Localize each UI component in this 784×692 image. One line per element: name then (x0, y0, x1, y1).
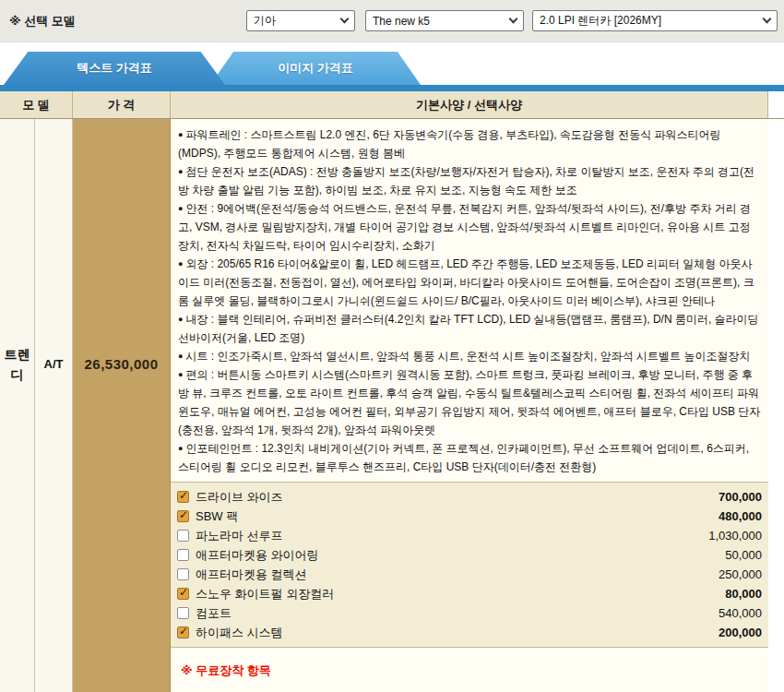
bullet-icon: ● (178, 315, 183, 324)
option-row[interactable]: 컴포트540,000 (175, 603, 762, 623)
spec-item: ●파워트레인 : 스마트스트림 L2.0 엔진, 6단 자동변속기(수동 겸용,… (178, 125, 761, 162)
spec-item: ●외장 : 205/65 R16 타이어&알로이 휠, LED 헤드램프, LE… (178, 255, 761, 310)
trim-name-cell: 트렌디 (0, 119, 35, 692)
checkbox-unchecked-icon[interactable] (177, 607, 189, 619)
price-cell: 26,530,000 (73, 119, 171, 692)
model-select[interactable]: The new k5 (365, 10, 524, 31)
option-row[interactable]: 애프터마켓용 컬렉션250,000 (175, 565, 762, 584)
spec-item: ●시트 : 인조가죽시트, 앞좌석 열선시트, 앞좌석 통풍 시트, 운전석 시… (178, 347, 761, 365)
chevron-down-icon (509, 15, 518, 24)
chevron-down-icon (763, 15, 772, 24)
option-label: 파노라마 선루프 (196, 528, 283, 544)
free-items-title: ※ 무료장착 항목 (181, 662, 758, 679)
bullet-icon: ● (178, 370, 183, 379)
checkbox-checked-icon[interactable] (177, 626, 189, 638)
spec-item-text: 안전 : 9에어백(운전석/동승석 어드밴스드, 운전석 무릎, 전복감지 커튼… (178, 202, 751, 252)
header-spec: 기본사양 / 선택사양 (171, 91, 768, 118)
bullet-icon: ● (178, 352, 183, 361)
option-price: 700,000 (719, 490, 762, 504)
option-price: 250,000 (719, 567, 762, 581)
chevron-down-icon (340, 15, 350, 24)
tab-row: 텍스트 가격표 이미지 가격표 (0, 42, 784, 85)
trim-select[interactable]: 2.0 LPI 렌터카 [2026MY] (532, 10, 778, 31)
trim-select-value: 2.0 LPI 렌터카 [2026MY] (540, 13, 661, 29)
bullet-icon: ● (178, 204, 183, 213)
spec-item-text: 내장 : 블랙 인테리어, 슈퍼비전 클러스터(4.2인치 칼라 TFT LCD… (178, 313, 759, 344)
spec-item: ●내장 : 블랙 인테리어, 슈퍼비전 클러스터(4.2인치 칼라 TFT LC… (178, 310, 761, 347)
spec-item-text: 편의 : 버튼시동 스마트키 시스템(스마트키 원격시동 포함), 스마트 트렁… (178, 368, 760, 436)
checkbox-checked-icon[interactable] (177, 588, 189, 600)
checkbox-unchecked-icon[interactable] (177, 568, 189, 580)
checkbox-unchecked-icon[interactable] (177, 530, 189, 542)
price-table: 모 델 가 격 기본사양 / 선택사양 트렌디 A/T 26,530,000 ●… (0, 91, 784, 692)
option-price: 480,000 (719, 509, 762, 523)
spec-item: ●인포테인먼트 : 12.3인치 내비게이션(기아 커넥트, 폰 프로젝션, 인… (178, 439, 761, 476)
bullet-icon: ● (178, 259, 183, 268)
spec-content-cell: ●파워트레인 : 스마트스트림 L2.0 엔진, 6단 자동변속기(수동 겸용,… (171, 119, 768, 692)
bullet-icon: ● (178, 167, 183, 176)
option-label: 컴포트 (196, 605, 232, 622)
model-select-value: The new k5 (373, 15, 430, 28)
tab-accent-bar (0, 85, 784, 91)
option-price: 50,000 (725, 548, 762, 562)
spec-list: ●파워트레인 : 스마트스트림 L2.0 엔진, 6단 자동변속기(수동 겸용,… (171, 119, 768, 482)
option-row[interactable]: SBW 팩480,000 (175, 507, 762, 526)
transmission-cell: A/T (35, 119, 73, 692)
bullet-icon: ● (178, 130, 183, 139)
option-label: SBW 팩 (196, 508, 238, 525)
option-row[interactable]: 스노우 화이트펄 외장컬러80,000 (175, 584, 762, 603)
model-selector-label: ※ 선택 모델 (9, 13, 76, 30)
option-row[interactable]: 하이패스 시스템200,000 (175, 623, 762, 642)
free-items-section: ※ 무료장착 항목 블랙박스 (171, 648, 768, 692)
table-body-row: 트렌디 A/T 26,530,000 ●파워트레인 : 스마트스트림 L2.0 … (0, 119, 784, 692)
option-label: 애프터마켓용 와이어링 (196, 547, 319, 564)
option-row[interactable]: 파노라마 선루프1,030,000 (175, 526, 762, 545)
option-list: 드라이브 와이즈700,000SBW 팩480,000파노라마 선루프1,030… (171, 482, 768, 648)
spec-item-text: 파워트레인 : 스마트스트림 L2.0 엔진, 6단 자동변속기(수동 겸용, … (178, 128, 720, 160)
model-selector-bar: ※ 선택 모델 기아 The new k5 2.0 LPI 렌터카 [2026M… (0, 0, 784, 42)
table-header-row: 모 델 가 격 기본사양 / 선택사양 (0, 91, 784, 119)
checkbox-checked-icon[interactable] (177, 510, 189, 522)
spec-item: ●편의 : 버튼시동 스마트키 시스템(스마트키 원격시동 포함), 스마트 트… (178, 365, 761, 439)
option-price: 80,000 (725, 587, 762, 601)
option-row[interactable]: 애프터마켓용 와이어링50,000 (175, 545, 762, 565)
right-filler (768, 119, 784, 692)
tab-image-pricelist[interactable]: 이미지 가격표 (210, 52, 421, 85)
checkbox-checked-icon[interactable] (177, 491, 189, 503)
spec-item-text: 첨단 운전자 보조(ADAS) : 전방 충돌방지 보조(차량/보행자/자전거 … (178, 165, 754, 197)
spec-item: ●안전 : 9에어백(운전석/동승석 어드밴스드, 운전석 무릎, 전복감지 커… (178, 199, 761, 255)
option-row[interactable]: 드라이브 와이즈700,000 (175, 487, 762, 507)
option-price: 1,030,000 (708, 529, 762, 543)
option-label: 애프터마켓용 컬렉션 (196, 567, 307, 583)
header-price: 가 격 (73, 91, 171, 118)
tab-text-pricelist[interactable]: 텍스트 가격표 (4, 52, 225, 85)
brand-select-value: 기아 (254, 13, 276, 29)
spec-item-text: 시트 : 인조가죽시트, 앞좌석 열선시트, 앞좌석 통풍 시트, 운전석 시트… (185, 350, 750, 363)
header-filler (768, 91, 784, 118)
header-model: 모 델 (0, 91, 73, 118)
spec-item-text: 인포테인먼트 : 12.3인치 내비게이션(기아 커넥트, 폰 프로젝션, 인카… (178, 442, 749, 473)
brand-select[interactable]: 기아 (246, 10, 355, 31)
spec-item-text: 외장 : 205/65 R16 타이어&알로이 휠, LED 헤드램프, LED… (178, 257, 754, 307)
option-price: 200,000 (719, 626, 762, 639)
option-label: 드라이브 와이즈 (196, 489, 283, 506)
checkbox-unchecked-icon[interactable] (177, 549, 189, 561)
option-price: 540,000 (719, 606, 762, 620)
option-label: 스노우 화이트펄 외장컬러 (196, 586, 334, 603)
spec-item: ●첨단 운전자 보조(ADAS) : 전방 충돌방지 보조(차량/보행자/자전거… (178, 162, 761, 199)
bullet-icon: ● (178, 444, 183, 453)
option-label: 하이패스 시스템 (196, 625, 283, 641)
